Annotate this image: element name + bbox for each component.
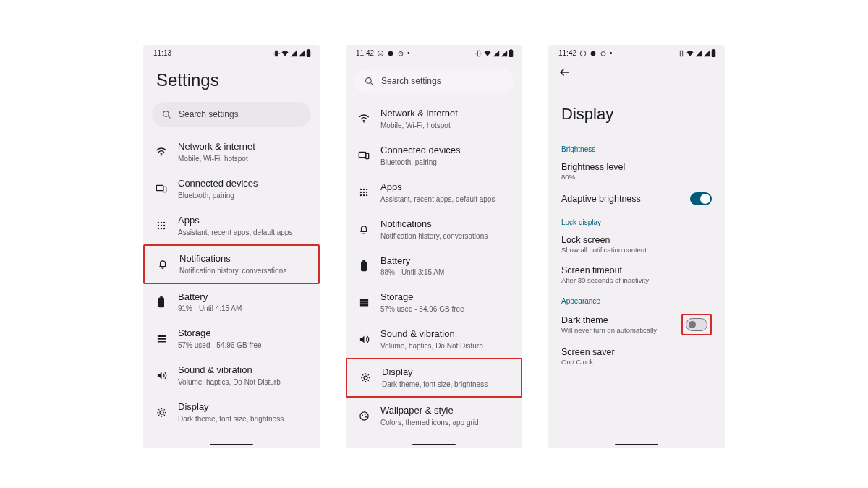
svg-line-28 (370, 82, 373, 85)
settings-item-sound[interactable]: Sound & vibrationVolume, haptics, Do Not… (346, 321, 522, 358)
status-bar: 11:42 • (346, 45, 522, 59)
svg-line-3 (168, 116, 170, 118)
item-title: Brightness level (561, 162, 712, 172)
back-arrow-icon[interactable] (558, 66, 571, 79)
section-appearance: Appearance (548, 290, 725, 308)
brightness-icon (359, 372, 372, 383)
svg-point-23 (388, 51, 393, 56)
svg-point-29 (363, 121, 365, 123)
svg-point-47 (359, 412, 367, 420)
settings-item-apps[interactable]: AppsAssistant, recent apps, default apps (143, 207, 320, 244)
storage-icon (357, 297, 370, 308)
item-sub: Mobile, Wi-Fi, hotspot (380, 121, 511, 130)
alarm-icon (397, 50, 404, 57)
clock-text: 11:42 (558, 49, 576, 57)
svg-rect-18 (157, 335, 165, 338)
item-sub: Volume, haptics, Do Not Disturb (380, 341, 511, 351)
settings-item-storage[interactable]: Storage57% used - 54.96 GB free (143, 320, 320, 357)
svg-point-52 (591, 51, 596, 56)
phone-screen-1: 11:13 Settings Search settings Network &… (143, 45, 320, 448)
adaptive-brightness-toggle[interactable] (690, 192, 712, 205)
settings-item-wallpaper[interactable]: Wallpaper & styleColors, themed icons, a… (346, 398, 522, 435)
circle-icon (590, 50, 597, 57)
bell-icon (156, 259, 169, 269)
item-sub: 88% - Until 3:15 AM (380, 267, 511, 277)
svg-point-2 (163, 111, 169, 116)
dark-theme-row[interactable]: Dark themeWill never turn on automatical… (548, 308, 725, 341)
svg-point-35 (360, 192, 362, 193)
settings-item-display[interactable]: DisplayDark theme, font size, brightness (346, 358, 522, 398)
item-title: Adaptive brightness (561, 194, 683, 204)
battery-icon (155, 296, 168, 308)
item-sub: On / Clock (561, 358, 712, 366)
settings-item-network[interactable]: Network & internetMobile, Wi-Fi, hotspot (346, 100, 522, 137)
item-title: Apps (380, 181, 511, 194)
wifi-icon (483, 50, 492, 57)
svg-point-8 (161, 222, 162, 223)
item-title: Screen timeout (561, 265, 712, 275)
vibrate-icon (678, 50, 685, 57)
svg-point-38 (360, 194, 362, 196)
nav-handle[interactable] (615, 444, 658, 446)
search-placeholder: Search settings (381, 76, 441, 86)
svg-point-49 (364, 414, 365, 415)
settings-item-notifications[interactable]: NotificationsNotification history, conve… (143, 244, 320, 284)
svg-rect-6 (163, 187, 166, 192)
adaptive-brightness-row[interactable]: Adaptive brightness (548, 187, 725, 211)
brightness-icon (155, 407, 168, 418)
settings-item-notifications[interactable]: NotificationsNotification history, conve… (346, 211, 522, 248)
search-input[interactable]: Search settings (152, 102, 311, 127)
signal-icon (290, 50, 297, 57)
settings-item-display[interactable]: DisplayDark theme, font size, brightness (143, 394, 320, 431)
svg-rect-19 (157, 338, 165, 341)
whatsapp-icon (377, 50, 384, 57)
search-placeholder: Search settings (179, 109, 239, 119)
nav-handle[interactable] (412, 444, 456, 446)
screen-timeout-row[interactable]: Screen timeoutAfter 30 seconds of inacti… (548, 260, 725, 290)
settings-item-network[interactable]: Network & internetMobile, Wi-Fi, hotspot (143, 134, 320, 171)
svg-point-14 (161, 228, 162, 229)
settings-item-connected[interactable]: Connected devicesBluetooth, pairing (346, 137, 522, 174)
svg-rect-26 (510, 49, 511, 51)
nav-handle[interactable] (210, 444, 253, 446)
lock-screen-row[interactable]: Lock screenShow all notification content (548, 229, 725, 260)
page-title: Settings (143, 59, 320, 99)
item-sub: After 30 seconds of inactivity (561, 276, 712, 284)
svg-rect-43 (359, 299, 367, 301)
search-input[interactable]: Search settings (354, 69, 514, 93)
item-title: Wallpaper & style (380, 405, 511, 417)
apps-icon (155, 221, 168, 231)
battery-icon (711, 49, 716, 57)
svg-point-27 (366, 77, 372, 83)
item-title: Screen saver (561, 347, 712, 357)
item-title: Notifications (179, 253, 307, 265)
svg-rect-44 (359, 302, 367, 304)
svg-rect-41 (361, 262, 367, 272)
wifi-icon (686, 50, 694, 57)
status-icons (678, 49, 716, 57)
svg-rect-54 (712, 50, 716, 57)
item-title: Dark theme (561, 315, 674, 325)
item-title: Display (178, 401, 308, 414)
brightness-level-row[interactable]: Brightness level80% (548, 156, 725, 187)
item-title: Sound & vibration (380, 328, 511, 341)
signal-icon (493, 50, 500, 57)
alarm-icon (600, 50, 607, 57)
svg-point-15 (163, 228, 165, 229)
settings-item-battery[interactable]: Battery88% - Until 3:15 AM (346, 248, 522, 285)
settings-item-battery[interactable]: Battery91% - Until 4:15 AM (143, 284, 320, 321)
svg-point-51 (580, 51, 586, 56)
storage-icon (155, 333, 168, 344)
clock-text: 11:42 (356, 49, 374, 57)
item-sub: Colors, themed icons, app grid (380, 418, 511, 427)
item-sub: Bluetooth, pairing (178, 191, 308, 200)
settings-item-storage[interactable]: Storage57% used - 54.96 GB free (346, 284, 522, 321)
signal-icon-2 (703, 50, 710, 57)
dark-theme-toggle[interactable] (686, 318, 707, 331)
screen-saver-row[interactable]: Screen saverOn / Clock (548, 341, 725, 372)
settings-item-sound[interactable]: Sound & vibrationVolume, haptics, Do Not… (143, 357, 320, 394)
settings-item-apps[interactable]: AppsAssistant, recent apps, default apps (346, 174, 522, 211)
item-sub: Dark theme, font size, brightness (178, 414, 308, 424)
settings-item-connected[interactable]: Connected devicesBluetooth, pairing (143, 171, 320, 207)
circle-icon (387, 50, 394, 57)
